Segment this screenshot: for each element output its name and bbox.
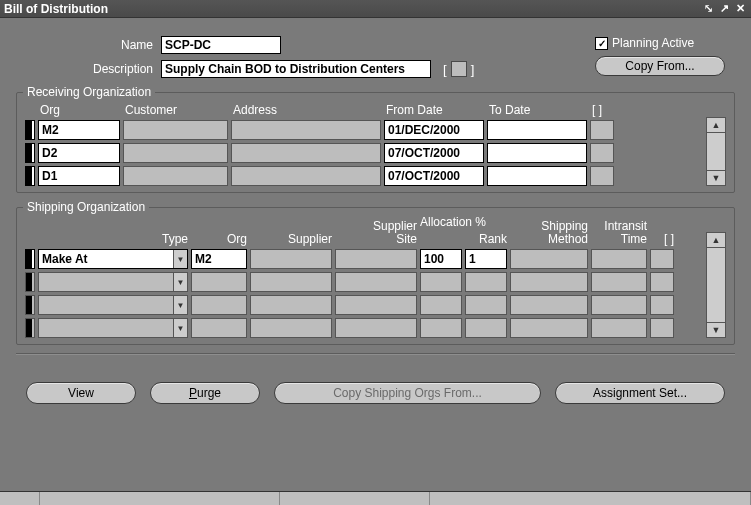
status-bar bbox=[0, 491, 751, 505]
ship-type-cell[interactable]: ▼ bbox=[38, 272, 188, 292]
scroll-thumb[interactable] bbox=[706, 133, 726, 170]
ship-hdr-supplier: Supplier bbox=[288, 233, 332, 246]
ship-method-cell[interactable] bbox=[510, 272, 588, 292]
ship-flag-cell[interactable] bbox=[650, 318, 674, 338]
recv-flag-cell[interactable] bbox=[590, 143, 614, 163]
recv-org-cell[interactable] bbox=[38, 120, 120, 140]
receiving-grid: Org Customer Address bbox=[25, 101, 726, 186]
scroll-thumb[interactable] bbox=[706, 248, 726, 322]
ship-org-cell[interactable] bbox=[191, 249, 247, 269]
scroll-up-icon[interactable]: ▲ bbox=[706, 232, 726, 248]
row-marker[interactable] bbox=[25, 318, 35, 338]
recv-flag-cell[interactable] bbox=[590, 120, 614, 140]
row-marker[interactable] bbox=[25, 143, 35, 163]
ship-method-cell[interactable] bbox=[510, 318, 588, 338]
d-flag-box[interactable] bbox=[451, 61, 467, 77]
recv-address-cell[interactable] bbox=[231, 143, 381, 163]
chevron-down-icon[interactable]: ▼ bbox=[173, 296, 187, 314]
ship-time-cell[interactable] bbox=[591, 318, 647, 338]
ship-type-cell[interactable]: ▼ bbox=[38, 318, 188, 338]
ship-site-cell[interactable] bbox=[335, 272, 417, 292]
minimize-icon[interactable]: ⤡ bbox=[701, 2, 715, 16]
chevron-down-icon[interactable]: ▼ bbox=[173, 319, 187, 337]
ship-hdr-alloc: Allocation % bbox=[420, 216, 486, 229]
ship-time-cell[interactable] bbox=[591, 249, 647, 269]
name-label: Name bbox=[16, 38, 161, 52]
ship-time-cell[interactable] bbox=[591, 295, 647, 315]
ship-type-cell[interactable]: ▼ bbox=[38, 249, 188, 269]
recv-to-cell[interactable] bbox=[487, 166, 587, 186]
scroll-down-icon[interactable]: ▼ bbox=[706, 322, 726, 338]
ship-site-cell[interactable] bbox=[335, 249, 417, 269]
recv-to-cell[interactable] bbox=[487, 120, 587, 140]
description-input[interactable] bbox=[161, 60, 431, 78]
recv-from-cell[interactable] bbox=[384, 143, 484, 163]
ship-rank-cell[interactable] bbox=[465, 295, 507, 315]
ship-flag-cell[interactable] bbox=[650, 272, 674, 292]
ship-supplier-cell[interactable] bbox=[250, 318, 332, 338]
ship-method-cell[interactable] bbox=[510, 295, 588, 315]
receiving-legend: Receiving Organization bbox=[23, 85, 155, 99]
ship-org-cell[interactable] bbox=[191, 272, 247, 292]
recv-org-cell[interactable] bbox=[38, 143, 120, 163]
ship-flag-cell[interactable] bbox=[650, 249, 674, 269]
restore-icon[interactable]: ↗ bbox=[717, 2, 731, 16]
ship-alloc-cell[interactable] bbox=[420, 249, 462, 269]
chevron-down-icon[interactable]: ▼ bbox=[173, 250, 187, 268]
scroll-up-icon[interactable]: ▲ bbox=[706, 117, 726, 133]
ship-rank-cell[interactable] bbox=[465, 249, 507, 269]
copy-shipping-orgs-button[interactable]: Copy Shipping Orgs From... bbox=[274, 382, 541, 404]
recv-from-cell[interactable] bbox=[384, 120, 484, 140]
ship-flag-cell[interactable] bbox=[650, 295, 674, 315]
ship-site-cell[interactable] bbox=[335, 318, 417, 338]
planning-active-checkbox[interactable]: ✓ bbox=[595, 37, 608, 50]
ship-method-cell[interactable] bbox=[510, 249, 588, 269]
ship-site-cell[interactable] bbox=[335, 295, 417, 315]
bracket-left: [ bbox=[443, 62, 447, 77]
chevron-down-icon[interactable]: ▼ bbox=[173, 273, 187, 291]
ship-rank-cell[interactable] bbox=[465, 318, 507, 338]
ship-supplier-cell[interactable] bbox=[250, 272, 332, 292]
recv-hdr-customer: Customer bbox=[123, 101, 228, 117]
ship-type-cell[interactable]: ▼ bbox=[38, 295, 188, 315]
close-icon[interactable]: ✕ bbox=[733, 2, 747, 16]
description-label: Description bbox=[16, 62, 161, 76]
name-input[interactable] bbox=[161, 36, 281, 54]
assignment-set-button[interactable]: Assignment Set... bbox=[555, 382, 725, 404]
recv-customer-cell[interactable] bbox=[123, 166, 228, 186]
ship-org-cell[interactable] bbox=[191, 318, 247, 338]
recv-customer-cell[interactable] bbox=[123, 143, 228, 163]
recv-address-cell[interactable] bbox=[231, 166, 381, 186]
recv-from-cell[interactable] bbox=[384, 166, 484, 186]
scroll-down-icon[interactable]: ▼ bbox=[706, 170, 726, 186]
view-button[interactable]: View bbox=[26, 382, 136, 404]
row-marker[interactable] bbox=[25, 295, 35, 315]
bracket-right: ] bbox=[471, 62, 475, 77]
ship-supplier-cell[interactable] bbox=[250, 295, 332, 315]
copy-from-button[interactable]: Copy From... bbox=[595, 56, 725, 76]
row-marker[interactable] bbox=[25, 249, 35, 269]
ship-supplier-cell[interactable] bbox=[250, 249, 332, 269]
recv-customer-cell[interactable] bbox=[123, 120, 228, 140]
recv-address-cell[interactable] bbox=[231, 120, 381, 140]
ship-alloc-cell[interactable] bbox=[420, 318, 462, 338]
recv-flag-cell[interactable] bbox=[590, 166, 614, 186]
ship-alloc-cell[interactable] bbox=[420, 295, 462, 315]
purge-button[interactable]: Purge bbox=[150, 382, 260, 404]
recv-scrollbar[interactable]: ▲ ▼ bbox=[706, 101, 726, 186]
ship-scrollbar[interactable]: ▲ ▼ bbox=[706, 216, 726, 338]
ship-time-cell[interactable] bbox=[591, 272, 647, 292]
recv-hdr-from: From Date bbox=[384, 101, 484, 117]
ship-rank-cell[interactable] bbox=[465, 272, 507, 292]
ship-org-cell[interactable] bbox=[191, 295, 247, 315]
button-bar: View Purge Copy Shipping Orgs From... As… bbox=[16, 382, 735, 404]
shipping-grid: Type ▼ ▼ ▼ ▼ Org bbox=[25, 216, 726, 338]
recv-hdr-org: Org bbox=[38, 101, 120, 117]
row-marker[interactable] bbox=[25, 120, 35, 140]
row-marker[interactable] bbox=[25, 166, 35, 186]
recv-hdr-flag: [ ] bbox=[590, 101, 614, 117]
recv-org-cell[interactable] bbox=[38, 166, 120, 186]
ship-alloc-cell[interactable] bbox=[420, 272, 462, 292]
recv-to-cell[interactable] bbox=[487, 143, 587, 163]
row-marker[interactable] bbox=[25, 272, 35, 292]
